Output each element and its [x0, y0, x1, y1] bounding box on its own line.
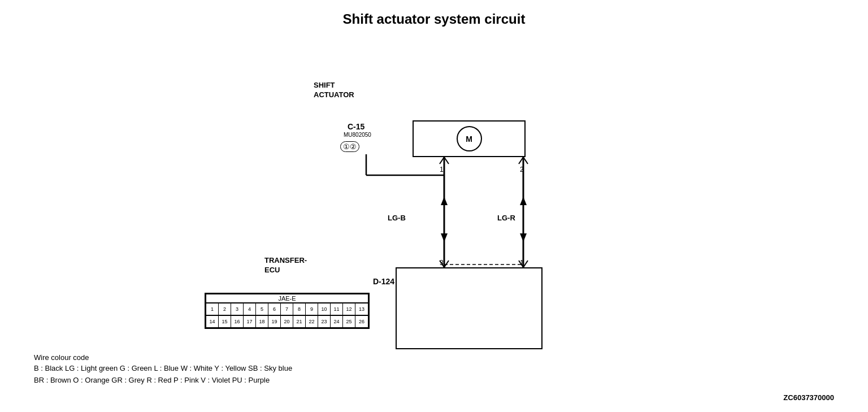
shift-actuator-label: SHIFT ACTUATOR [314, 81, 354, 100]
svg-line-4 [444, 157, 449, 164]
connector-symbol: ①② [340, 141, 359, 152]
connector-row-2: 14 15 16 17 18 19 20 21 22 23 24 25 26 [206, 315, 368, 328]
pin-cell: 16 [231, 316, 244, 327]
pin-cell: 23 [318, 316, 331, 327]
motor-box: M [413, 120, 526, 157]
page-title: Shift actuator system circuit [0, 0, 868, 33]
pin-cell: 9 [306, 303, 318, 315]
pin-cell: 2 [219, 303, 231, 315]
pin-cell: 21 [293, 316, 306, 327]
pin-cell: 10 [318, 303, 331, 315]
pin-cell: 26 [355, 316, 368, 327]
svg-marker-11 [520, 233, 527, 242]
pin-cell: 1 [206, 303, 219, 315]
pin-cell: 14 [206, 316, 219, 327]
wire-colour-legend: Wire colour code B : Black LG : Light gr… [34, 353, 292, 387]
pin-cell: 18 [256, 316, 268, 327]
doc-reference: ZC6037370000 [783, 393, 834, 402]
connector-part-label: MU802050 [344, 132, 371, 138]
svg-line-7 [523, 157, 528, 164]
pin-cell: 7 [281, 303, 293, 315]
wire-lgb-label: LG-B [388, 214, 406, 222]
svg-marker-9 [441, 233, 448, 242]
d124-label: D-124 [373, 277, 394, 286]
svg-line-14 [444, 261, 449, 267]
svg-line-3 [440, 157, 444, 164]
pin-cell: 19 [268, 316, 281, 327]
pin-cell: 5 [256, 303, 268, 315]
connector-row-1: 1 2 3 4 5 6 7 8 9 10 11 12 13 [206, 303, 368, 315]
legend-row-2: BR : Brown O : Orange GR : Grey R : Red … [34, 375, 292, 387]
wire-lgr-label: LG-R [497, 214, 515, 222]
pin-cell: 17 [244, 316, 256, 327]
pin-cell: 22 [306, 316, 318, 327]
pin-3-bottom: 3 [440, 259, 444, 267]
transfer-ecu-box [396, 267, 542, 349]
pin-cell: 11 [331, 303, 343, 315]
svg-marker-8 [441, 197, 448, 205]
pin-1-top: 1 [440, 166, 444, 174]
pin-cell: 4 [244, 303, 256, 315]
jae-connector-block: JAE-E 1 2 3 4 5 6 7 8 9 10 11 12 13 14 1… [205, 293, 370, 329]
pin-cell: 25 [343, 316, 355, 327]
pin-cell: 6 [268, 303, 281, 315]
pin-2-top: 2 [520, 166, 524, 174]
pin-cell: 20 [281, 316, 293, 327]
pin-cell: 12 [343, 303, 355, 315]
jae-label: JAE-E [206, 294, 368, 303]
svg-line-16 [523, 261, 528, 267]
pin-1-bottom: 1 [520, 259, 524, 267]
pin-cell: 24 [331, 316, 343, 327]
transfer-ecu-label: TRANSFER- ECU [264, 256, 307, 275]
legend-row-1: B : Black LG : Light green G : Green L :… [34, 363, 292, 375]
connector-c15-label: C-15 [348, 122, 364, 131]
svg-marker-10 [520, 197, 527, 205]
svg-line-6 [519, 157, 523, 164]
pin-cell: 3 [231, 303, 244, 315]
pin-cell: 13 [355, 303, 368, 315]
legend-title: Wire colour code [34, 353, 292, 362]
motor-symbol: M [457, 126, 482, 151]
pin-cell: 8 [293, 303, 306, 315]
pin-cell: 15 [219, 316, 231, 327]
